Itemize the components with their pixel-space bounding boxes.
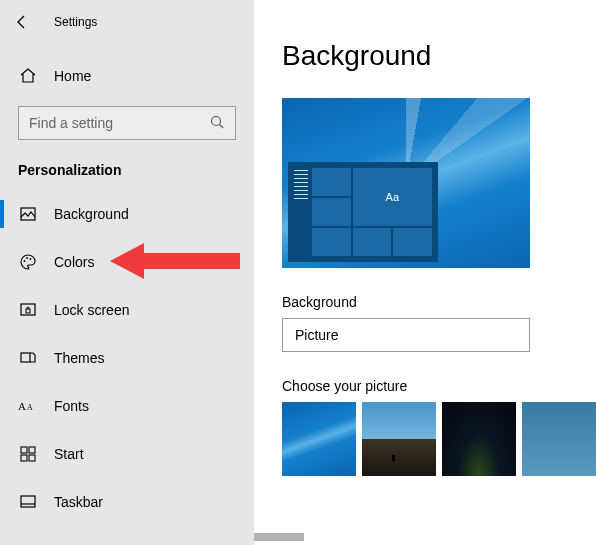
taskbar-icon	[18, 493, 38, 511]
search-icon	[209, 114, 225, 133]
sidebar-item-start[interactable]: Start	[0, 430, 254, 478]
nav-label: Background	[54, 206, 129, 222]
picture-thumbnails	[282, 402, 596, 476]
svg-point-4	[26, 257, 28, 259]
nav-label: Lock screen	[54, 302, 129, 318]
svg-point-5	[30, 258, 32, 260]
background-dropdown-label: Background	[282, 294, 596, 310]
sample-text-tile: Aa	[353, 168, 432, 226]
themes-icon	[18, 349, 38, 367]
picture-thumb[interactable]	[522, 402, 596, 476]
section-heading: Personalization	[0, 140, 254, 186]
page-title: Background	[282, 40, 596, 72]
picture-icon	[18, 205, 38, 223]
start-icon	[18, 445, 38, 463]
nav-label: Colors	[54, 254, 94, 270]
fonts-icon: AA	[18, 398, 38, 414]
sidebar-item-taskbar[interactable]: Taskbar	[0, 478, 254, 526]
choose-picture-label: Choose your picture	[282, 378, 596, 394]
main-content: Background Aa Background Picture Choose …	[254, 0, 596, 545]
nav-label: Taskbar	[54, 494, 103, 510]
sidebar-item-colors[interactable]: Colors	[0, 238, 254, 286]
sidebar-item-home[interactable]: Home	[0, 56, 254, 96]
svg-text:A: A	[27, 403, 33, 412]
palette-icon	[18, 253, 38, 271]
nav-list: Background Colors Lock screen Themes AA …	[0, 190, 254, 526]
svg-text:A: A	[18, 400, 26, 412]
svg-point-3	[24, 260, 26, 262]
scrollbar-horizontal[interactable]	[254, 533, 304, 541]
picture-thumb[interactable]	[442, 402, 516, 476]
svg-rect-8	[21, 353, 30, 362]
nav-label: Fonts	[54, 398, 89, 414]
nav-label: Themes	[54, 350, 105, 366]
sidebar-item-background[interactable]: Background	[0, 190, 254, 238]
svg-point-0	[212, 116, 221, 125]
lock-screen-icon	[18, 301, 38, 319]
picture-thumb[interactable]	[282, 402, 356, 476]
sidebar-item-fonts[interactable]: AA Fonts	[0, 382, 254, 430]
back-icon[interactable]	[14, 14, 30, 30]
sidebar-item-lockscreen[interactable]: Lock screen	[0, 286, 254, 334]
dropdown-value: Picture	[295, 327, 339, 343]
svg-rect-15	[21, 496, 35, 507]
sidebar-item-themes[interactable]: Themes	[0, 334, 254, 382]
svg-line-1	[220, 124, 224, 128]
desktop-preview: Aa	[282, 98, 530, 268]
settings-sidebar: Settings Home Personalization Background	[0, 0, 254, 545]
search-input[interactable]	[18, 106, 236, 140]
nav-label: Start	[54, 446, 84, 462]
window-title: Settings	[54, 15, 97, 29]
svg-rect-13	[21, 455, 27, 461]
picture-thumb[interactable]	[362, 402, 436, 476]
home-label: Home	[54, 68, 91, 84]
home-icon	[18, 67, 38, 85]
svg-rect-14	[29, 455, 35, 461]
svg-rect-7	[26, 309, 30, 313]
titlebar: Settings	[0, 0, 254, 44]
background-dropdown[interactable]: Picture	[282, 318, 530, 352]
svg-rect-11	[21, 447, 27, 453]
svg-rect-12	[29, 447, 35, 453]
start-menu-preview: Aa	[288, 162, 438, 262]
search-field[interactable]	[29, 115, 209, 131]
